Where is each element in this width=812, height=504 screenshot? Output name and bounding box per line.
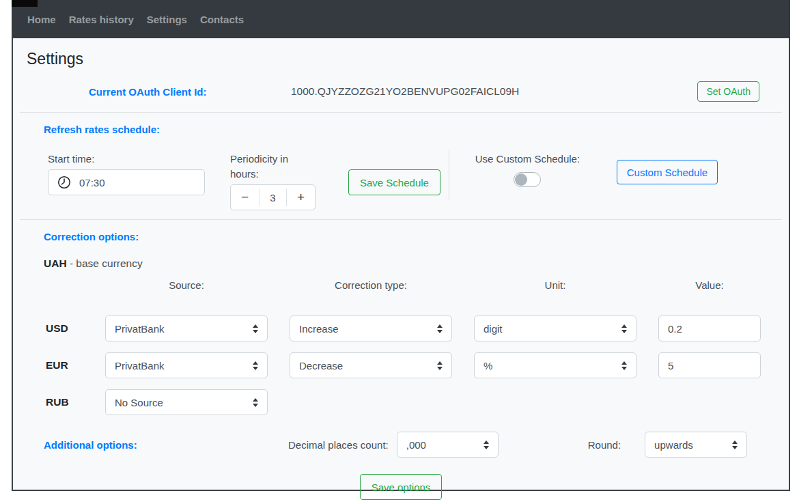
select-arrows-icon	[253, 361, 258, 370]
oauth-client-id-label: Current OAuth Client Id:	[89, 86, 291, 98]
use-custom-schedule-toggle[interactable]	[514, 172, 541, 187]
toggle-knob	[515, 173, 527, 186]
oauth-row: Current OAuth Client Id: 1000.QJYZZOZG21…	[13, 79, 789, 104]
round-select[interactable]: upwards	[645, 432, 747, 458]
settings-panel: Settings Current OAuth Client Id: 1000.Q…	[12, 38, 790, 491]
use-custom-schedule-field: Use Custom Schedule:	[464, 152, 591, 210]
select-arrows-icon	[621, 324, 627, 333]
periodicity-stepper: − 3 +	[230, 184, 316, 210]
base-currency-code: UAH	[44, 257, 67, 269]
eur-unit-select[interactable]: %	[474, 352, 636, 378]
save-options-row: Save options	[13, 474, 789, 500]
rub-source-value: No Source	[115, 397, 163, 408]
usd-value-field	[658, 316, 761, 341]
round-value: upwards	[654, 439, 693, 451]
table-header-spacer	[46, 285, 83, 298]
eur-unit-value: %	[484, 360, 492, 372]
navbar: Home Rates history Settings Contacts	[12, 0, 790, 38]
eur-correction-type-value: Decrease	[299, 360, 343, 372]
usd-unit-value: digit	[484, 323, 503, 335]
column-header-value: Value:	[658, 279, 761, 292]
usd-correction-type-value: Increase	[299, 323, 339, 335]
schedule-row: Start time: Periodicity in hours: −	[13, 152, 789, 210]
section-divider	[20, 219, 782, 220]
base-currency-line: UAH - base currency	[44, 257, 789, 270]
eur-value-field	[658, 352, 761, 378]
start-time-label: Start time:	[48, 152, 205, 167]
correction-options-header: Correction options:	[44, 230, 789, 244]
base-currency-suffix: - base currency	[67, 257, 143, 269]
nav-item-home[interactable]: Home	[27, 14, 56, 25]
currency-label-eur: EUR	[46, 359, 83, 372]
custom-schedule-button[interactable]: Custom Schedule	[617, 160, 718, 184]
usd-source-select[interactable]: PrivatBank	[105, 316, 268, 341]
periodicity-value: 3	[260, 192, 286, 204]
vertical-divider	[449, 149, 449, 201]
periodicity-label: Periodicity in hours:	[230, 152, 316, 182]
usd-source-value: PrivatBank	[115, 323, 165, 335]
select-arrows-icon	[484, 440, 489, 449]
currency-label-usd: USD	[46, 322, 83, 335]
save-schedule-button[interactable]: Save Schedule	[348, 169, 440, 195]
nav-item-contacts[interactable]: Contacts	[200, 14, 244, 25]
usd-value-input[interactable]	[668, 316, 751, 341]
page-title: Settings	[27, 49, 789, 68]
app-window: Home Rates history Settings Contacts Set…	[12, 0, 790, 491]
usd-correction-type-select[interactable]: Increase	[290, 316, 452, 341]
set-oauth-button[interactable]: Set OAuth	[697, 81, 759, 102]
select-arrows-icon	[437, 361, 443, 370]
round-label: Round:	[588, 439, 621, 451]
eur-correction-type-select[interactable]: Decrease	[290, 352, 452, 378]
start-time-value-input[interactable]	[79, 170, 196, 195]
decimal-places-select[interactable]: ,000	[397, 432, 499, 458]
periodicity-field: Periodicity in hours: − 3 +	[230, 152, 316, 210]
nav-item-settings[interactable]: Settings	[147, 14, 187, 25]
select-arrows-icon	[253, 324, 258, 333]
periodicity-decrement-button[interactable]: −	[231, 185, 259, 210]
clock-icon	[57, 175, 72, 190]
decimal-places-label: Decimal places count:	[288, 439, 389, 451]
column-header-correction-type: Correction type:	[290, 279, 452, 292]
column-header-unit: Unit:	[474, 279, 636, 292]
decimal-places-value: ,000	[406, 439, 426, 451]
use-custom-schedule-label: Use Custom Schedule:	[464, 152, 591, 167]
select-arrows-icon	[253, 398, 258, 407]
periodicity-increment-button[interactable]: +	[287, 185, 315, 210]
nav-item-rates-history[interactable]: Rates history	[69, 14, 134, 25]
eur-source-value: PrivatBank	[115, 360, 165, 372]
rub-source-select[interactable]: No Source	[105, 389, 268, 415]
select-arrows-icon	[437, 324, 443, 333]
refresh-schedule-header: Refresh rates schedule:	[44, 123, 789, 137]
section-divider	[20, 112, 782, 113]
start-time-input[interactable]	[48, 169, 205, 195]
start-time-field: Start time:	[48, 152, 205, 210]
additional-options-header: Additional options:	[44, 439, 146, 451]
currency-label-rub: RUB	[46, 396, 83, 408]
select-arrows-icon	[732, 440, 738, 449]
eur-value-input[interactable]	[668, 353, 751, 378]
usd-unit-select[interactable]: digit	[474, 316, 636, 341]
eur-source-select[interactable]: PrivatBank	[105, 352, 268, 378]
navbar-corner-block	[12, 0, 38, 7]
correction-table: Source: Correction type: Unit: Value: US…	[46, 279, 789, 415]
oauth-client-id-value: 1000.QJYZZOZG21YO2BENVUPG02FAICL09H	[291, 85, 519, 98]
column-header-source: Source:	[105, 279, 268, 292]
save-options-button[interactable]: Save options	[360, 474, 443, 500]
select-arrows-icon	[621, 361, 627, 370]
additional-options-row: Additional options: Decimal places count…	[44, 432, 789, 458]
